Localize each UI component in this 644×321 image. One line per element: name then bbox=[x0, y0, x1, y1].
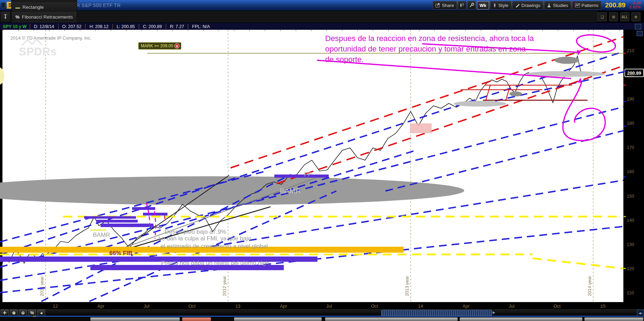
price-tick-label: 210 bbox=[627, 48, 634, 53]
copyright-text: 2014 © TD Ameritrade IP Company, Inc. bbox=[11, 35, 91, 41]
info-field: D: 12/8/14 bbox=[30, 24, 58, 29]
flask-icon bbox=[547, 3, 551, 8]
time-axis[interactable]: 12AprJulOct13AprJulOct14AprJulOct15 bbox=[0, 302, 644, 309]
alert-close-x[interactable]: x bbox=[176, 44, 178, 48]
tools-button[interactable] bbox=[467, 1, 476, 9]
share-label: Share bbox=[442, 3, 454, 8]
price-tick-label: 150 bbox=[627, 194, 634, 199]
share-button[interactable]: Share bbox=[433, 1, 457, 9]
price-tick-label: 130 bbox=[627, 242, 634, 247]
change-percent: -1.62% bbox=[628, 5, 640, 9]
drawn-bar[interactable] bbox=[101, 224, 153, 227]
taskbar-window-button[interactable] bbox=[90, 317, 180, 321]
axis-line-marker bbox=[624, 101, 626, 102]
pan-icon[interactable]: ✛ bbox=[1, 309, 9, 316]
scroll-right-icon[interactable]: ▶ bbox=[493, 310, 495, 314]
title-bar: SPY ▼ 1 SPDR TR S&P 500 ETF TR Share Wk … bbox=[0, 0, 644, 11]
drawn-ellipse[interactable] bbox=[509, 91, 522, 96]
chart-settings-icon[interactable]: ⚙ bbox=[631, 12, 640, 21]
drawn-bar[interactable] bbox=[274, 175, 329, 178]
time-tick-label: Oct bbox=[554, 303, 561, 309]
price-tick-label: 170 bbox=[627, 145, 634, 150]
magenta-annotation-line: de soporte. bbox=[325, 55, 364, 64]
drawn-bar[interactable] bbox=[96, 220, 138, 223]
axis-line-marker bbox=[624, 71, 626, 72]
os-taskbar bbox=[0, 317, 644, 321]
all-charts-button[interactable]: ALL bbox=[620, 12, 629, 21]
year-label: 2014 year bbox=[587, 276, 592, 296]
info-field: L: 200.85 bbox=[113, 24, 139, 29]
pencil-icon bbox=[515, 3, 520, 8]
grid-layout-icon[interactable]: ⊞ bbox=[609, 12, 618, 21]
chart-label-pp: PP bbox=[304, 171, 311, 177]
chart-canvas[interactable]: 2011 year2012 year2013 year2014 yearMARK… bbox=[0, 30, 623, 302]
year-label: 2011 year bbox=[39, 276, 44, 296]
time-scrollbar-thumb[interactable] bbox=[381, 310, 492, 316]
tool-fibonacci-retracements[interactable]: %Fibonacci Retracements bbox=[11, 12, 77, 22]
axis-line-marker bbox=[624, 126, 626, 127]
header-change: -3.30 -1.62% bbox=[628, 1, 640, 9]
price-axis[interactable]: 200.89 210200190180170160150140130120110 bbox=[623, 30, 644, 302]
studies-button[interactable]: Studies bbox=[544, 1, 571, 9]
drawn-bar[interactable] bbox=[84, 216, 136, 219]
drawn-bar[interactable] bbox=[90, 230, 106, 231]
collapse-left-icon[interactable]: ◂ bbox=[37, 309, 45, 316]
candlestick-icon bbox=[460, 3, 465, 8]
style-label: Style bbox=[498, 3, 508, 8]
maximize-chart-icon[interactable] bbox=[637, 31, 643, 36]
quote-info-bar: SPY 10 y W D: 12/8/14O: 207.52H: 208.12L… bbox=[0, 22, 644, 30]
detach-chart-icon[interactable] bbox=[635, 24, 641, 29]
grey-note-text: Precio nos daba un retest del ultimo hig… bbox=[161, 260, 271, 266]
thinkorswim-window: SPY ▼ 1 SPDR TR S&P 500 ETF TR Share Wk … bbox=[0, 0, 644, 321]
tool-label: Fibonacci Retracements bbox=[22, 14, 73, 20]
year-label: 2013 year bbox=[404, 276, 410, 296]
zoom-in-icon[interactable]: ⊕ bbox=[10, 309, 18, 316]
patterns-label: Patterns bbox=[582, 3, 598, 8]
drawn-bar[interactable] bbox=[410, 123, 432, 133]
taskbar-window-button[interactable] bbox=[182, 317, 211, 321]
axis-line-marker bbox=[624, 85, 626, 86]
zoom-controls: ✛⊕⊖%◂ bbox=[1, 309, 45, 316]
time-tick-label: Jul bbox=[326, 303, 332, 309]
drawings-label: Drawings bbox=[521, 3, 540, 8]
taskbar-window-button[interactable] bbox=[584, 317, 643, 321]
patterns-button[interactable]: Patterns bbox=[572, 1, 601, 9]
drawn-ellipse[interactable] bbox=[555, 57, 579, 64]
drawn-ellipse[interactable] bbox=[454, 101, 506, 107]
taskbar-window-button[interactable] bbox=[234, 317, 322, 321]
axis-line-marker bbox=[624, 216, 626, 217]
single-chart-icon[interactable]: ❑ bbox=[598, 12, 607, 21]
grey-note-text: el estimado de crecimiento a nivel globa… bbox=[160, 243, 268, 250]
drawn-bar[interactable] bbox=[132, 207, 155, 210]
taskbar-window-button[interactable] bbox=[460, 317, 582, 321]
rectangle-icon: ▬ bbox=[15, 5, 20, 10]
drawings-button[interactable]: Drawings bbox=[512, 1, 543, 9]
grey-note-text: Le dan la culpa al FMI, ya que bajo bbox=[158, 235, 251, 242]
weekly-timeframe-button[interactable]: Wk bbox=[477, 1, 489, 9]
patterns-icon bbox=[575, 3, 580, 7]
tool-label: Rectangle bbox=[22, 5, 44, 10]
price-tick-label: 140 bbox=[627, 218, 634, 223]
pin-toolbar-icon[interactable] bbox=[0, 12, 11, 22]
wrench-icon bbox=[469, 3, 474, 8]
title-bar-actions: Share Wk Style Drawings Studies bbox=[433, 1, 644, 9]
info-field: H: 208.12 bbox=[85, 24, 112, 29]
time-tick-label: Apr bbox=[280, 303, 287, 309]
style-button[interactable]: Style bbox=[490, 1, 511, 9]
style-icon bbox=[493, 3, 496, 8]
chart-area[interactable]: 2011 year2012 year2013 year2014 yearMARK… bbox=[0, 30, 623, 302]
zoom-out-icon[interactable]: ⊖ bbox=[19, 309, 27, 316]
chart-bottom-controls: ✛⊕⊖%◂ ^^ ▶ ◂▮▸ bbox=[0, 309, 644, 317]
time-tick-label: 12 bbox=[53, 303, 58, 309]
axis-line-marker bbox=[624, 177, 626, 178]
pan-left-right-icon[interactable]: ◂▮▸ bbox=[637, 310, 644, 316]
chart-type-button[interactable] bbox=[458, 1, 466, 9]
price-tick-label: 200 bbox=[627, 73, 634, 77]
taskbar-window-button[interactable] bbox=[325, 317, 458, 321]
fib-retrace-icon: % bbox=[15, 14, 20, 20]
pushpin-icon bbox=[4, 14, 7, 19]
time-tick-label: Jul bbox=[144, 303, 150, 309]
axis-line-marker bbox=[624, 53, 626, 54]
price-tick-label: 120 bbox=[627, 266, 634, 271]
tool-rectangle[interactable]: ▬Rectangle bbox=[11, 2, 77, 12]
